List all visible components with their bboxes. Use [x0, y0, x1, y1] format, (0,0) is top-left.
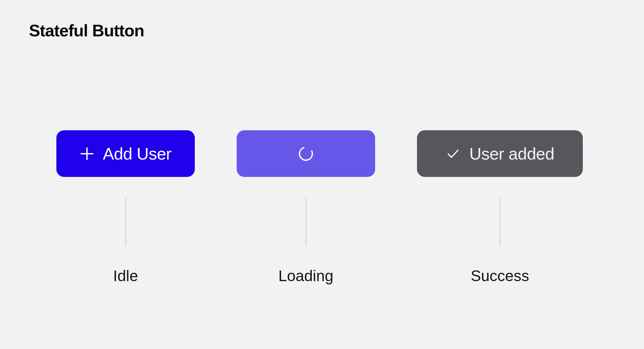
- add-user-button-idle-label: Add User: [103, 144, 172, 163]
- state-col-success: User added Success: [417, 130, 583, 285]
- add-user-button-idle[interactable]: Add User: [56, 130, 195, 177]
- state-col-loading: Loading: [237, 130, 375, 285]
- plus-icon: [80, 147, 94, 161]
- spinner-icon: [298, 146, 314, 162]
- page-title: Stateful Button: [29, 21, 144, 40]
- state-label-idle: Idle: [113, 267, 138, 285]
- connector-line: [499, 198, 500, 246]
- connector-line: [306, 198, 307, 246]
- check-icon: [446, 146, 460, 161]
- svg-point-2: [298, 146, 314, 162]
- connector-line: [125, 198, 126, 246]
- state-label-success: Success: [471, 267, 529, 285]
- state-col-idle: Add User Idle: [56, 130, 195, 285]
- add-user-button-success-label: User added: [469, 144, 554, 163]
- add-user-button-loading: [237, 130, 375, 177]
- state-label-loading: Loading: [279, 267, 334, 285]
- add-user-button-success[interactable]: User added: [417, 130, 583, 177]
- states-row: Add User Idle Loading User added Suc: [0, 130, 644, 285]
